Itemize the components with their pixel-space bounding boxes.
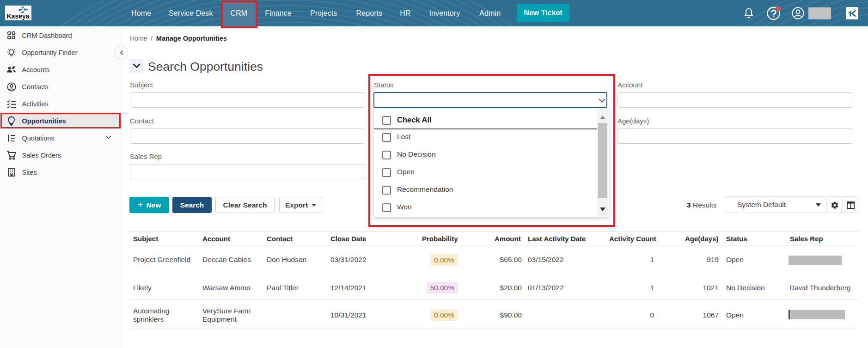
svg-text:Kaseya: Kaseya (7, 12, 30, 20)
